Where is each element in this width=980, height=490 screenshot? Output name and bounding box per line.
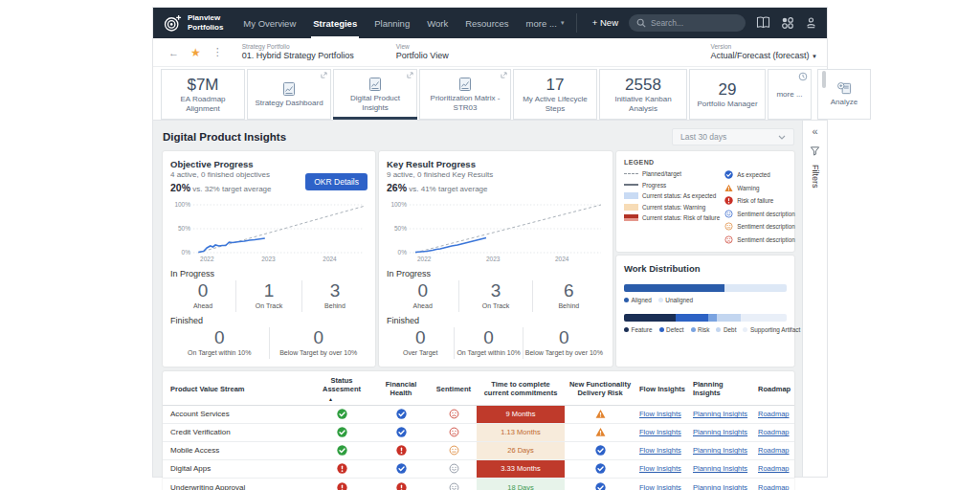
back-button[interactable]: ← <box>163 47 185 58</box>
progress-summary: 26% vs. 41% target average <box>387 182 605 193</box>
book-icon[interactable] <box>756 16 770 29</box>
legend-item: Sentiment description <box>724 210 795 218</box>
flow-insights-link[interactable]: Flow Insights <box>639 410 681 418</box>
search-input[interactable] <box>651 18 738 28</box>
svg-text:50%: 50% <box>394 225 407 232</box>
check-blue-icon <box>565 445 635 456</box>
new-button[interactable]: + New <box>592 17 618 28</box>
apps-grid-icon[interactable] <box>781 16 794 30</box>
stat-on-track: 1On Track <box>235 280 301 312</box>
tab-initiative-kanban-analysis[interactable]: 2558 Initiative Kanban Analysis <box>599 69 687 120</box>
key-result-progress-panel: Key Result Progress 9 active, 0 finished… <box>379 151 612 367</box>
tab-strategy-dashboard[interactable]: Strategy Dashboard <box>247 69 331 120</box>
check-blue-icon <box>565 482 635 490</box>
open-new-window-icon <box>321 72 327 78</box>
nav-item-planning[interactable]: Planning <box>366 8 418 38</box>
legend-item: Aligned <box>624 297 652 303</box>
section-title: Finished <box>170 316 368 325</box>
tab-digital-product-insights[interactable]: Digital Product Insights <box>333 69 417 120</box>
objective-progress-panel: Objective Progress 4 active, 0 finished … <box>163 151 375 367</box>
col-header-sentiment[interactable]: Sentiment <box>431 385 477 393</box>
stat-on-target: 0On Target within 10% <box>170 327 269 359</box>
svg-text:2022: 2022 <box>200 256 214 262</box>
col-header-planning-insights[interactable]: Planning Insights <box>689 380 754 398</box>
legend-item: Warning <box>724 184 795 192</box>
flow-insights-link[interactable]: Flow Insights <box>639 428 681 436</box>
stat-behind: 3Behind <box>301 280 368 312</box>
roadmap-link[interactable]: Roadmap <box>758 446 790 455</box>
flow-insights-link[interactable]: Flow Insights <box>639 464 681 473</box>
planning-insights-link[interactable]: Planning Insights <box>693 464 747 473</box>
col-header-roadmap[interactable]: Roadmap <box>754 385 794 393</box>
svg-text:2023: 2023 <box>261 256 276 262</box>
check-blue-icon <box>371 463 431 474</box>
check-blue-icon <box>724 170 733 179</box>
panel-title: Work Distribution <box>624 263 787 274</box>
tab-ea-roadmap-alignment[interactable]: $7M EA Roadmap Alignment <box>161 69 245 120</box>
caret-down-icon: ▼ <box>812 54 817 59</box>
strategy-portfolio-field[interactable]: Strategy Portfolio 01. Hybrid Strategy P… <box>242 43 354 61</box>
date-range-select[interactable]: Last 30 days <box>672 128 794 145</box>
legend-item: Unaligned <box>658 297 693 303</box>
check-blue-icon <box>565 463 635 474</box>
filter-funnel-icon[interactable] <box>810 145 820 156</box>
check-green-icon <box>312 427 371 437</box>
planning-insights-link[interactable]: Planning Insights <box>693 446 747 455</box>
nav-item-strategies[interactable]: Strategies <box>304 8 366 38</box>
favorite-star-icon[interactable]: ★ <box>185 46 207 59</box>
nav-item-my-overview[interactable]: My Overview <box>234 8 304 38</box>
tab-label: EA Roadmap Alignment <box>166 95 240 112</box>
warning-triangle-icon <box>565 409 635 419</box>
legend-item: Feature <box>624 326 653 333</box>
field-value: Portfolio View <box>396 51 449 61</box>
tab-portfolio-manager[interactable]: 29 Portfolio Manager <box>689 69 766 120</box>
flow-insights-link[interactable]: Flow Insights <box>639 446 681 455</box>
legend-right-column: As expected Warning Risk of failure Sent… <box>724 170 795 244</box>
roadmap-link[interactable]: Roadmap <box>758 410 790 418</box>
col-header-delivery-risk[interactable]: New Functionality Delivery Risk <box>565 380 635 398</box>
col-header-product-value-stream[interactable]: Product Value Stream <box>163 385 312 393</box>
tab-my-active-lifecycle-steps[interactable]: 17 My Active Lifecycle Steps <box>513 69 597 120</box>
legend-item: Current status: Warning <box>624 204 720 211</box>
planning-insights-link[interactable]: Planning Insights <box>693 483 747 490</box>
tab-more[interactable]: more ... <box>768 69 812 120</box>
tabs-scrollbar[interactable] <box>822 71 826 88</box>
right-column: LEGEND Planned/target Progress Current s… <box>616 151 794 367</box>
table-header-row: Product Value Stream Status Assesment▲ F… <box>163 371 794 406</box>
roadmap-link[interactable]: Roadmap <box>758 464 790 473</box>
version-selector[interactable]: Version Actual/Forecast (forecast) ▼ <box>710 43 817 61</box>
nav-item-resources[interactable]: Resources <box>457 8 517 38</box>
col-header-time-to-complete[interactable]: Time to complete current commitments <box>477 380 565 398</box>
tab-prioritization-matrix[interactable]: Prioritization Matrix - STR03 <box>419 69 511 120</box>
col-header-flow-insights[interactable]: Flow Insights <box>635 385 689 393</box>
time-to-complete-cell: 1.13 Months <box>477 424 565 441</box>
flow-insights-link[interactable]: Flow Insights <box>639 483 681 490</box>
value-stream-name: Credit Verification <box>163 428 312 436</box>
face-smile-blue-icon <box>724 210 733 218</box>
roadmap-link[interactable]: Roadmap <box>758 428 790 436</box>
main-nav: My Overview Strategies Planning Work Res… <box>234 8 573 38</box>
key-result-progress-chart: 100%50%0%202220232024 <box>387 198 605 265</box>
collapse-panel-icon[interactable]: « <box>812 125 817 137</box>
tab-label: Portfolio Manager <box>697 100 757 108</box>
roadmap-link[interactable]: Roadmap <box>758 483 790 490</box>
planning-insights-link[interactable]: Planning Insights <box>693 410 747 418</box>
planning-insights-link[interactable]: Planning Insights <box>693 428 747 436</box>
col-header-financial-health[interactable]: Financial Health <box>371 380 431 398</box>
version-value: Actual/Forecast (forecast) <box>710 51 809 60</box>
okr-details-button[interactable]: OKR Details <box>305 173 368 190</box>
user-icon[interactable] <box>805 16 817 29</box>
kebab-menu-icon[interactable]: ⋮ <box>207 46 229 58</box>
svg-text:100%: 100% <box>390 201 407 208</box>
sort-asc-icon: ▲ <box>315 396 368 402</box>
nav-item-more[interactable]: more ...▼ <box>518 8 574 38</box>
view-field[interactable]: View Portfolio View <box>396 43 449 61</box>
tab-label: My Active Lifecycle Steps <box>518 95 592 112</box>
col-header-status-assessment[interactable]: Status Assesment▲ <box>312 376 371 402</box>
work-type-bar-legend: Feature Defect Risk Debt Supporting Arti… <box>624 326 787 333</box>
exclaim-red-icon <box>312 482 371 490</box>
nav-item-work[interactable]: Work <box>418 8 457 38</box>
main-column: Digital Product Insights Last 30 days Ob… <box>153 121 802 477</box>
search-box[interactable] <box>629 14 746 32</box>
planview-logo[interactable]: PlanviewPortfolios <box>163 13 223 33</box>
